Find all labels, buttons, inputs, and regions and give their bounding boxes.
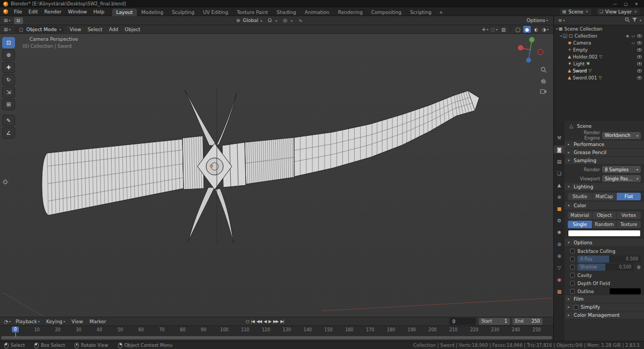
tool-scale[interactable]: ⇲	[2, 86, 15, 98]
object-tab[interactable]: ■	[554, 205, 565, 213]
eye-icon[interactable]	[637, 48, 642, 52]
outline-color-swatch[interactable]	[610, 288, 641, 294]
jump-end-button[interactable]: ▶|	[281, 319, 284, 324]
outliner-item-camera[interactable]: ◉ Camera ▭	[554, 39, 644, 46]
section-performance[interactable]: ▸Performance	[565, 141, 644, 149]
color-material-button[interactable]: Material	[568, 212, 592, 219]
outliner-item-empty[interactable]: + Empty	[554, 46, 644, 53]
viewport-canvas[interactable]	[0, 34, 553, 317]
outliner-item-sword[interactable]: ▲ Sword ▽	[554, 67, 644, 74]
render-engine-dropdown[interactable]: Workbench	[602, 132, 641, 139]
tool-select-box[interactable]: ⊡	[2, 37, 15, 48]
options-dropdown[interactable]: Options	[526, 18, 548, 23]
eye-icon[interactable]	[637, 34, 642, 38]
tab-scripting[interactable]: Scripting	[406, 9, 436, 16]
tab-uv-editing[interactable]: UV Editing	[199, 9, 232, 16]
eye-icon[interactable]	[637, 69, 642, 72]
eye-icon[interactable]	[637, 55, 642, 59]
add-workspace-button[interactable]: +	[436, 9, 447, 16]
tab-texture-paint[interactable]: Texture Paint	[232, 9, 272, 16]
falloff-dropdown[interactable]: ∿	[297, 18, 304, 23]
texture-tab[interactable]: ▦	[554, 287, 565, 295]
filter-icon[interactable]	[632, 18, 641, 23]
menu-file[interactable]: File	[11, 9, 25, 15]
timeline-editor-icon[interactable]: ◔	[2, 319, 12, 324]
tool-move[interactable]: ✚	[2, 62, 15, 73]
view-layer-selector[interactable]: ❏ View Layer ✕	[597, 9, 640, 15]
active-tool-button[interactable]: ⊡	[14, 17, 23, 24]
tab-sculpting[interactable]: Sculpting	[167, 9, 199, 16]
tool-rotate[interactable]: ↻	[2, 74, 15, 85]
tab-shading[interactable]: Shading	[272, 9, 301, 16]
color-texture-button[interactable]: Texture	[617, 221, 641, 228]
xray-toggle-icon[interactable]: ▥	[500, 26, 507, 33]
tab-rendering[interactable]: Rendering	[334, 9, 367, 16]
pan-hand-icon[interactable]	[539, 76, 548, 85]
xray-slider[interactable]: X-Ray0.500	[577, 256, 641, 263]
shading-rendered-icon[interactable]: ◑	[541, 26, 549, 33]
tab-animation[interactable]: Animation	[301, 9, 334, 16]
menu-marker[interactable]: Marker	[86, 319, 109, 324]
gizmo-toggle-icon[interactable]: ✛	[481, 26, 489, 33]
world-tab[interactable]: ⊕	[554, 193, 565, 201]
sampling-render-dropdown[interactable]: 8 Samples	[602, 166, 641, 173]
tool-tab[interactable]: ⚒	[554, 134, 565, 142]
frame-end-field[interactable]: End250	[513, 318, 543, 325]
eye-icon[interactable]	[637, 62, 642, 66]
constraints-tab[interactable]: ⊗	[554, 252, 565, 260]
prev-keyframe-button[interactable]: ◀◀	[257, 319, 262, 324]
lighting-studio-button[interactable]: Studio	[568, 193, 592, 200]
restrict-viewport-icon[interactable]: ▭	[631, 34, 635, 38]
navigation-gizmo[interactable]	[513, 34, 546, 65]
close-button[interactable]: ✕	[631, 0, 642, 8]
menu-render[interactable]: Render	[41, 9, 65, 15]
particles-tab[interactable]: ✱	[554, 228, 565, 236]
lighting-matcap-button[interactable]: MatCap	[592, 193, 617, 200]
section-grease-pencil[interactable]: ▸Grease Pencil	[565, 149, 644, 157]
camera-view-icon[interactable]	[538, 86, 548, 96]
scene-selector[interactable]: ▦ Scene ✕	[560, 9, 591, 15]
shading-material-icon[interactable]: ◐	[532, 26, 540, 33]
menu-add[interactable]: Add	[106, 26, 121, 33]
play-button[interactable]: ▶	[268, 319, 271, 324]
outliner-item-sword-001[interactable]: ▲ Sword.001 ▽	[554, 74, 644, 81]
tool-annotate[interactable]: ✎	[2, 115, 15, 126]
restrict-camera-icon[interactable]: ◉	[626, 34, 629, 38]
auto-key-icon[interactable]: ○	[246, 319, 249, 324]
tool-settings-editor-icon[interactable]: ⊞	[2, 18, 12, 23]
lighting-flat-button[interactable]: Flat	[617, 193, 641, 200]
section-color-management[interactable]: ▸Color Management	[565, 311, 644, 319]
gear-icon[interactable]: ⚙	[636, 265, 641, 270]
blender-menu-icon[interactable]	[3, 9, 8, 14]
tab-layout[interactable]: Layout	[112, 9, 137, 16]
material-tab[interactable]: ◉	[554, 275, 565, 283]
viewport-editor-icon[interactable]: ⊞	[2, 27, 12, 32]
e-icon[interactable]	[637, 76, 642, 79]
search-icon[interactable]	[625, 17, 630, 24]
xray-checkbox[interactable]	[570, 257, 575, 261]
outliner-item-light[interactable]: ☀ Light ✱	[554, 60, 644, 67]
shadow-slider[interactable]: Shadow0.500	[577, 264, 634, 271]
menu-select[interactable]: Select	[84, 26, 106, 33]
tab-modeling[interactable]: Modeling	[137, 9, 167, 16]
jump-start-button[interactable]: |◀	[251, 319, 254, 324]
section-sampling[interactable]: ▾Sampling	[565, 157, 644, 165]
view-layer-unlink-icon[interactable]: ✕	[634, 10, 637, 14]
section-film[interactable]: ▸Film	[565, 295, 644, 303]
restrict-viewport-icon[interactable]: ▭	[631, 41, 635, 45]
scene-unlink-icon[interactable]: ✕	[586, 10, 589, 14]
menu-window[interactable]: Window	[65, 9, 91, 15]
snapping-dropdown[interactable]: Ω	[266, 18, 277, 23]
play-reverse-button[interactable]: ◀	[264, 319, 266, 324]
view-layer-tab[interactable]: ❏	[554, 169, 565, 177]
transform-orientation-dropdown[interactable]: ⊕ Global	[235, 18, 262, 23]
playhead[interactable]: 0	[12, 326, 19, 337]
maximize-button[interactable]: ▢	[620, 0, 631, 8]
menu-timeline-view[interactable]: View	[68, 319, 86, 324]
tool-transform[interactable]: ⊞	[2, 99, 15, 110]
shadow-checkbox[interactable]	[570, 265, 575, 270]
color-random-button[interactable]: Random	[592, 221, 617, 228]
dof-checkbox[interactable]	[570, 281, 575, 286]
overlays-toggle-icon[interactable]: ◌	[491, 26, 498, 33]
outline-checkbox[interactable]	[570, 289, 575, 294]
